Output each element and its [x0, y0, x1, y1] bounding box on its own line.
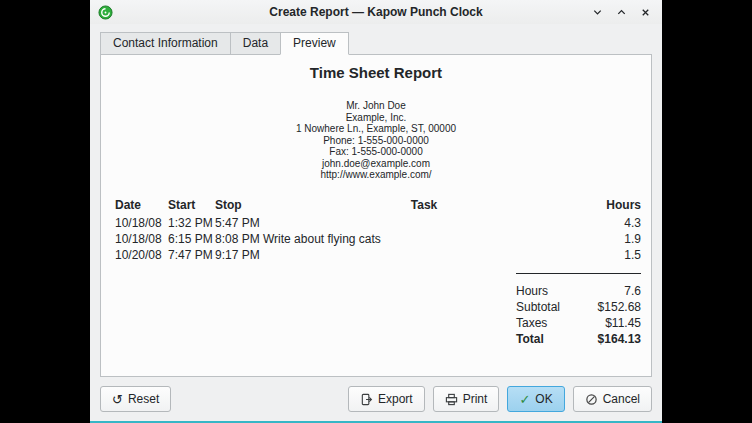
contact-line: 1 Nowhere Ln., Example, ST, 00000 — [101, 123, 651, 135]
contact-line: john.doe@example.com — [101, 158, 651, 170]
cell-stop: 9:17 PM — [215, 247, 263, 263]
summary-value: $11.45 — [605, 316, 641, 330]
maximize-button[interactable] — [612, 3, 630, 21]
summary-label: Subtotal — [516, 300, 560, 314]
header-hours: Hours — [585, 197, 641, 215]
header-stop: Stop — [215, 197, 263, 215]
print-label: Print — [463, 392, 488, 406]
summary-row: Taxes $11.45 — [516, 315, 641, 331]
tab-data[interactable]: Data — [230, 32, 281, 55]
summary-row: Hours 7.6 — [516, 283, 641, 299]
cell-start: 1:32 PM — [168, 215, 215, 231]
screen-background: Create Report — Kapow Punch Clock — [0, 0, 752, 423]
cell-date: 10/18/08 — [115, 215, 168, 231]
tab-contact-information[interactable]: Contact Information — [100, 32, 231, 55]
report-title: Time Sheet Report — [101, 64, 651, 81]
header-task: Task — [263, 197, 585, 215]
cell-hours: 1.5 — [585, 247, 641, 263]
cell-date: 10/18/08 — [115, 231, 168, 247]
print-icon — [445, 393, 458, 406]
reset-icon: ↺ — [112, 393, 123, 406]
table-row: 10/18/08 6:15 PM 8:08 PM Write about fly… — [115, 231, 641, 247]
export-button[interactable]: Export — [348, 386, 425, 412]
reset-label: Reset — [128, 392, 159, 406]
window-title: Create Report — Kapow Punch Clock — [90, 5, 662, 19]
cell-date: 10/20/08 — [115, 247, 168, 263]
cell-start: 6:15 PM — [168, 231, 215, 247]
contact-line: Phone: 1-555-000-0000 — [101, 135, 651, 147]
summary-value: $152.68 — [598, 300, 641, 314]
summary-value: 7.6 — [624, 284, 641, 298]
dialog-window: Create Report — Kapow Punch Clock — [90, 0, 662, 423]
cell-hours: 1.9 — [585, 231, 641, 247]
summary-row-total: Total $164.13 — [516, 331, 641, 347]
summary-block: Hours 7.6 Subtotal $152.68 Taxes $11.45 … — [516, 273, 641, 347]
close-button[interactable] — [636, 3, 654, 21]
reset-button[interactable]: ↺ Reset — [100, 386, 171, 412]
header-date: Date — [115, 197, 168, 215]
contact-block: Mr. John Doe Example, Inc. 1 Nowhere Ln.… — [101, 100, 651, 181]
print-button[interactable]: Print — [433, 386, 500, 412]
export-label: Export — [378, 392, 413, 406]
contact-line: Mr. John Doe — [101, 100, 651, 112]
header-start: Start — [168, 197, 215, 215]
summary-value: $164.13 — [598, 332, 641, 346]
ok-button[interactable]: ✓ OK — [507, 386, 564, 412]
table-row: 10/20/08 7:47 PM 9:17 PM 1.5 — [115, 247, 641, 263]
cell-stop: 8:08 PM — [215, 231, 263, 247]
close-icon — [640, 7, 651, 18]
table-row: 10/18/08 1:32 PM 5:47 PM 4.3 — [115, 215, 641, 231]
cell-stop: 5:47 PM — [215, 215, 263, 231]
tab-preview[interactable]: Preview — [280, 32, 349, 55]
cancel-label: Cancel — [603, 392, 640, 406]
chevron-down-icon — [592, 7, 603, 18]
summary-row: Subtotal $152.68 — [516, 299, 641, 315]
timesheet-table: Date Start Stop Task Hours 10/18/08 1:32… — [115, 197, 641, 263]
summary-label: Taxes — [516, 316, 547, 330]
ok-label: OK — [535, 392, 552, 406]
tab-bar: Contact Information Data Preview — [100, 32, 652, 55]
app-icon — [98, 5, 113, 20]
cell-task — [263, 247, 585, 263]
chevron-up-icon — [616, 7, 627, 18]
contact-line: Fax: 1-555-000-0000 — [101, 146, 651, 158]
cell-task: Write about flying cats — [263, 231, 585, 247]
window-controls — [588, 3, 654, 21]
cell-start: 7:47 PM — [168, 247, 215, 263]
ok-check-icon: ✓ — [519, 393, 530, 406]
export-icon — [360, 393, 373, 406]
table-header-row: Date Start Stop Task Hours — [115, 197, 641, 215]
cancel-button[interactable]: Cancel — [573, 386, 652, 412]
minimize-button[interactable] — [588, 3, 606, 21]
titlebar[interactable]: Create Report — Kapow Punch Clock — [90, 0, 662, 24]
button-bar: ↺ Reset Export — [90, 377, 662, 421]
contact-line: http://www.example.com/ — [101, 169, 651, 181]
cell-hours: 4.3 — [585, 215, 641, 231]
summary-label: Total — [516, 332, 544, 346]
contact-line: Example, Inc. — [101, 112, 651, 124]
cancel-icon — [585, 393, 598, 406]
cell-task — [263, 215, 585, 231]
report-preview[interactable]: Time Sheet Report Mr. John Doe Example, … — [100, 54, 652, 377]
summary-label: Hours — [516, 284, 548, 298]
